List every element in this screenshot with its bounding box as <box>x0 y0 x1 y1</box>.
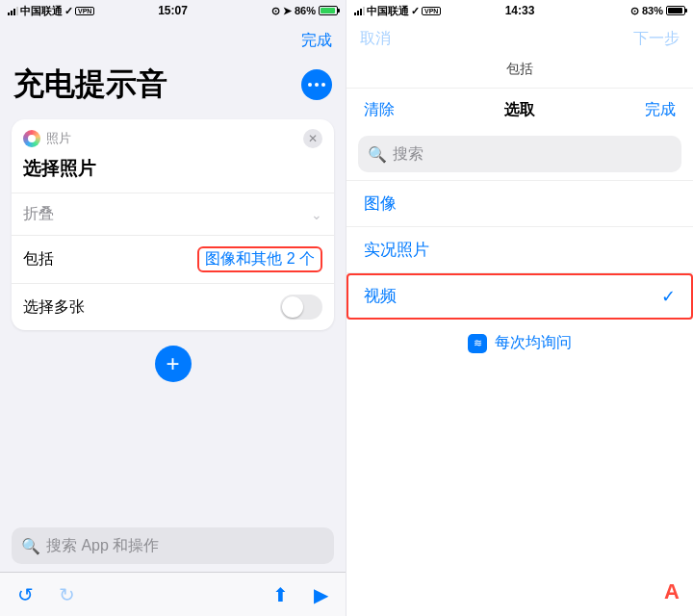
wifi-icon: ✓︎ <box>411 5 420 17</box>
carrier: 中国联通 <box>367 4 409 18</box>
search-icon: 🔍 <box>368 145 387 164</box>
check-icon: ✓ <box>661 286 676 307</box>
battery-percent: 83% <box>642 5 663 16</box>
share-button[interactable]: ⬆︎ <box>272 583 289 606</box>
more-button[interactable] <box>301 69 332 100</box>
battery-icon <box>666 6 685 15</box>
chat-icon: ≋ <box>468 334 487 353</box>
carrier: 中国联通 <box>20 4 63 18</box>
chevron-down-icon: ⌄ <box>311 207 322 222</box>
list-item-livephoto[interactable]: 实况照片 <box>346 227 693 273</box>
faded-cancel: 取消 <box>360 29 391 49</box>
vpn-badge: VPN <box>422 7 441 15</box>
wifi-icon: ✓︎ <box>64 5 73 17</box>
search-placeholder: 搜索 <box>393 144 424 165</box>
media-type-list: 图像 实况照片 视频 ✓ <box>346 180 693 320</box>
search-icon: 🔍 <box>21 537 40 555</box>
clear-button[interactable]: 清除 <box>364 100 395 120</box>
clock: 14:33 <box>473 4 567 17</box>
undo-button[interactable]: ↺ <box>17 583 34 606</box>
add-action-button[interactable]: + <box>155 346 192 382</box>
photos-icon <box>23 130 40 147</box>
list-item-image[interactable]: 图像 <box>346 180 693 227</box>
search-apps-input[interactable]: 🔍 搜索 App 和操作 <box>12 527 334 564</box>
item-label: 图像 <box>364 192 676 215</box>
item-label: 实况照片 <box>364 239 676 261</box>
vpn-badge: VPN <box>75 7 94 15</box>
redo-button[interactable]: ↻ <box>59 583 75 606</box>
multi-select-row[interactable]: 选择多张 <box>12 283 334 330</box>
search-placeholder: 搜索 App 和操作 <box>46 536 159 556</box>
page-title: 充电提示音 <box>13 64 301 106</box>
alarm-icon: ⊙ <box>271 5 280 17</box>
list-item-video[interactable]: 视频 ✓ <box>346 273 693 320</box>
collapse-label: 折叠 <box>23 204 311 224</box>
include-label: 包括 <box>23 249 197 270</box>
item-label: 视频 <box>364 285 661 307</box>
search-input[interactable]: 🔍 搜索 <box>358 136 681 172</box>
watermark-logo: A <box>664 579 680 604</box>
faded-next: 下一步 <box>633 29 680 49</box>
card-app-label: 照片 <box>46 130 303 147</box>
signal-icon <box>8 7 18 15</box>
collapse-row[interactable]: 折叠 ⌄ <box>12 192 334 235</box>
signal-icon <box>354 7 365 15</box>
battery-percent: 86% <box>295 5 316 16</box>
location-icon: ➤ <box>283 5 292 17</box>
multi-label: 选择多张 <box>23 297 280 318</box>
ask-label: 每次均询问 <box>495 333 572 353</box>
ask-each-time-button[interactable]: ≋ 每次均询问 <box>346 320 693 367</box>
battery-icon <box>319 6 338 15</box>
action-card: 照片 ✕ 选择照片 折叠 ⌄ 包括 图像和其他 2 个 选择多张 <box>12 119 334 330</box>
card-action-title[interactable]: 选择照片 <box>12 152 334 192</box>
close-icon[interactable]: ✕ <box>303 129 322 148</box>
done-button[interactable]: 完成 <box>645 100 676 120</box>
alarm-icon: ⊙ <box>630 5 639 17</box>
done-button[interactable]: 完成 <box>301 31 332 51</box>
include-row[interactable]: 包括 图像和其他 2 个 <box>12 235 334 283</box>
clock: 15:07 <box>126 4 220 17</box>
include-value[interactable]: 图像和其他 2 个 <box>197 246 322 272</box>
multi-toggle[interactable] <box>280 295 322 320</box>
bottom-toolbar: ↺ ↻ ⬆︎ ▶ <box>0 572 346 616</box>
play-button[interactable]: ▶ <box>314 583 328 606</box>
select-title: 选取 <box>395 100 645 120</box>
status-bar-left: 中国联通 ✓︎ VPN 15:07 ⊙ ➤ 86% <box>0 0 346 21</box>
status-bar-right: 中国联通 ✓︎ VPN 14:33 ⊙ 83% <box>346 0 693 21</box>
sheet-title: 包括 <box>346 55 693 89</box>
